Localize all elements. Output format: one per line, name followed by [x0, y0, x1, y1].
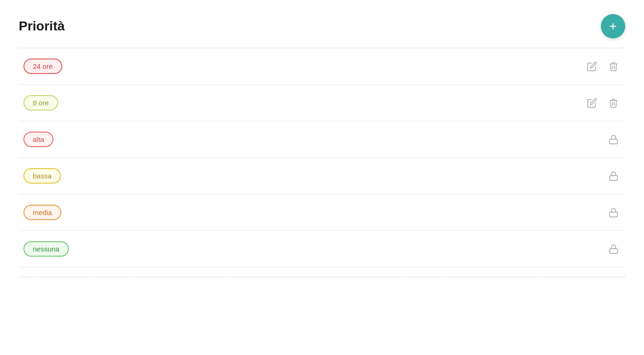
lock-icon [608, 207, 619, 218]
svg-rect-3 [610, 249, 618, 253]
list-item: nessuna [19, 231, 625, 267]
edit-button[interactable] [585, 96, 599, 110]
item-actions [607, 242, 621, 256]
list-item: alta [19, 121, 625, 158]
lock-icon [608, 171, 619, 181]
list-item: 24 ore [19, 48, 625, 85]
item-actions [585, 96, 621, 110]
list-item: 8 ore [19, 85, 625, 121]
trash-icon [608, 61, 619, 72]
delete-button[interactable] [607, 59, 621, 74]
svg-rect-0 [610, 139, 618, 144]
item-actions [607, 169, 621, 183]
list-item: media [19, 194, 625, 231]
svg-rect-2 [610, 212, 618, 217]
lock-button[interactable] [607, 242, 621, 256]
add-button[interactable]: + [601, 14, 625, 38]
priority-badge-24ore: 24 ore [23, 59, 62, 74]
svg-rect-1 [610, 176, 618, 180]
page-title: Priorità [19, 19, 65, 34]
edit-icon [587, 98, 597, 108]
page-container: Priorità + 24 ore [0, 0, 644, 291]
item-actions [585, 59, 621, 74]
lock-icon [608, 134, 619, 145]
page-header: Priorità + [19, 14, 625, 38]
bottom-divider [19, 277, 625, 277]
item-actions [607, 206, 621, 220]
priority-badge-bassa: bassa [23, 168, 61, 184]
lock-button[interactable] [607, 206, 621, 220]
plus-icon: + [609, 20, 617, 33]
lock-button[interactable] [607, 133, 621, 147]
item-actions [607, 133, 621, 147]
edit-icon [587, 61, 597, 72]
priority-badge-8ore: 8 ore [23, 95, 58, 111]
priority-badge-media: media [23, 205, 61, 220]
priority-badge-alta: alta [23, 132, 53, 147]
delete-button[interactable] [607, 96, 621, 110]
priority-badge-nessuna: nessuna [23, 241, 69, 257]
trash-icon [608, 98, 619, 108]
list-item: bassa [19, 158, 625, 194]
lock-button[interactable] [607, 169, 621, 183]
lock-icon [608, 244, 619, 254]
edit-button[interactable] [585, 59, 599, 74]
